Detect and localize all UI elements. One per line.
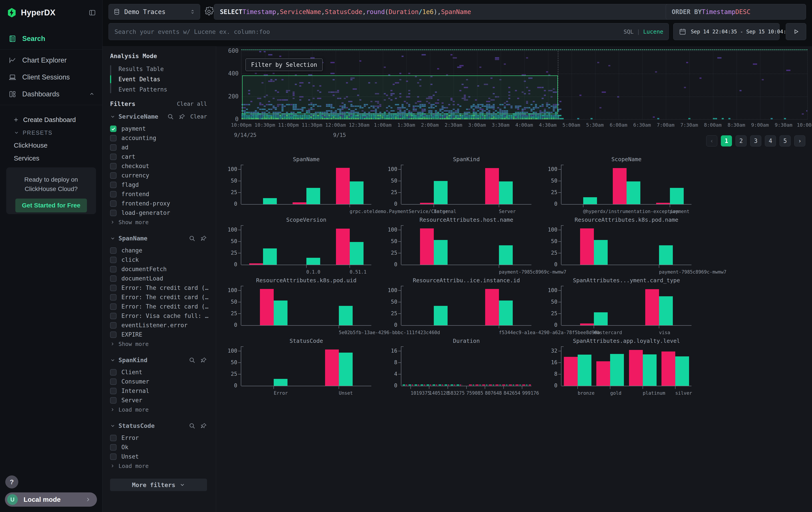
checkbox[interactable]	[110, 144, 117, 151]
filter-option-internal[interactable]: Internal	[110, 386, 207, 396]
show-more-button[interactable]: Show more	[110, 339, 207, 349]
sidebar-item-clickhouse[interactable]: ClickHouse	[0, 139, 102, 152]
checkbox[interactable]	[110, 388, 117, 394]
pagination-page-1[interactable]: 1	[721, 135, 732, 146]
pin-icon[interactable]	[179, 113, 185, 120]
pagination-page-5[interactable]: 5	[780, 135, 791, 146]
filter-option-checkout[interactable]: checkout	[110, 161, 207, 171]
filter-option-frontend-proxy[interactable]: frontend-proxy	[110, 199, 207, 208]
time-range-picker[interactable]: Sep 14 22:04:35 - Sep 15 10:04:35	[673, 23, 780, 40]
checkbox[interactable]	[110, 285, 117, 291]
checkbox[interactable]	[110, 154, 117, 160]
pagination-page-2[interactable]: 2	[735, 135, 747, 146]
checkbox[interactable]	[110, 397, 117, 404]
presets-toggle[interactable]: PRESETS	[0, 127, 102, 139]
filter-option-load-generator[interactable]: load-generator	[110, 208, 207, 217]
search-icon[interactable]	[167, 113, 174, 120]
checkbox[interactable]	[110, 200, 117, 207]
checkbox[interactable]	[110, 182, 117, 188]
events-heatmap[interactable]: Filter by Selection	[241, 51, 808, 119]
checkbox[interactable]	[110, 435, 117, 441]
search-icon[interactable]	[189, 423, 196, 429]
sidebar-item-services[interactable]: Services	[0, 152, 102, 165]
filter-section-header[interactable]: SpanKind	[110, 357, 207, 363]
filter-section-header[interactable]: ServiceNameClear	[110, 113, 207, 120]
sidebar-item-search[interactable]: Search	[0, 30, 102, 47]
run-query-button[interactable]	[786, 23, 806, 40]
checkbox[interactable]	[110, 444, 117, 451]
pagination-prev-button[interactable]: ‹	[706, 135, 717, 146]
filter-by-selection-button[interactable]: Filter by Selection	[245, 58, 323, 71]
analysis-mode-event-patterns[interactable]: Event Patterns	[110, 84, 207, 95]
heatmap-selection-box[interactable]	[242, 76, 558, 114]
filter-option-ok[interactable]: Ok	[110, 442, 207, 452]
pagination-page-3[interactable]: 3	[750, 135, 761, 146]
get-started-button[interactable]: Get Started for Free	[15, 198, 87, 212]
filter-option-accounting[interactable]: accounting	[110, 133, 207, 143]
checkbox[interactable]	[110, 294, 117, 300]
filter-option-client[interactable]: Client	[110, 368, 207, 377]
load-more-button[interactable]: Load more	[110, 405, 207, 414]
filter-option-error[interactable]: Error	[110, 433, 207, 442]
filter-option-server[interactable]: Server	[110, 396, 207, 405]
filter-option-flagd[interactable]: flagd	[110, 180, 207, 189]
checkbox[interactable]	[110, 331, 117, 338]
clear-all-button[interactable]: Clear all	[177, 101, 207, 107]
lang-toggle-sql[interactable]: SQL	[624, 28, 634, 35]
checkbox[interactable]	[110, 266, 117, 272]
search-input[interactable]	[114, 28, 624, 35]
more-filters-button[interactable]: More filters	[110, 479, 207, 491]
show-more-button[interactable]: Show more	[110, 217, 207, 227]
filter-option-frontend[interactable]: frontend	[110, 189, 207, 199]
filter-section-header[interactable]: SpanName	[110, 235, 207, 242]
local-mode-menu[interactable]: U Local mode	[5, 492, 97, 507]
filter-option-click[interactable]: click	[110, 255, 207, 265]
source-select[interactable]: Demo Traces	[109, 4, 200, 20]
checkbox-checked[interactable]	[110, 126, 117, 132]
filter-option-currency[interactable]: currency	[110, 171, 207, 180]
checkbox[interactable]	[110, 191, 117, 197]
checkbox[interactable]	[110, 378, 117, 385]
filter-option-change[interactable]: change	[110, 246, 207, 255]
filter-option-error-the-credit-card-[interactable]: Error: The credit card (…	[110, 302, 207, 311]
checkbox[interactable]	[110, 135, 117, 141]
filter-option-cart[interactable]: cart	[110, 152, 207, 161]
lang-toggle-lucene[interactable]: Lucene	[643, 28, 663, 35]
filter-option-consumer[interactable]: Consumer	[110, 377, 207, 386]
filter-option-payment[interactable]: payment	[110, 124, 207, 133]
search-icon[interactable]	[189, 357, 196, 363]
create-dashboard-button[interactable]: Create Dashboard	[0, 113, 102, 127]
pin-icon[interactable]	[200, 423, 207, 429]
checkbox[interactable]	[110, 313, 117, 319]
filter-section-header[interactable]: StatusCode	[110, 422, 207, 429]
filter-option-error-the-credit-card-[interactable]: Error: The credit card (…	[110, 293, 207, 302]
checkbox[interactable]	[110, 322, 117, 329]
filter-option-unset[interactable]: Unset	[110, 452, 207, 461]
filter-option-error-visa-cache-full-[interactable]: Error: Visa cache full: …	[110, 311, 207, 321]
filter-option-documentload[interactable]: documentLoad	[110, 274, 207, 283]
order-by-input[interactable]: ORDER BY Timestamp DESC	[666, 4, 806, 20]
filter-option-documentfetch[interactable]: documentFetch	[110, 265, 207, 274]
analysis-mode-event-deltas[interactable]: Event Deltas	[110, 74, 207, 84]
pagination-next-button[interactable]: ›	[794, 135, 805, 146]
search-icon[interactable]	[189, 235, 196, 242]
load-more-button[interactable]: Load more	[110, 461, 207, 470]
checkbox[interactable]	[110, 163, 117, 169]
checkbox[interactable]	[110, 172, 117, 179]
checkbox[interactable]	[110, 303, 117, 310]
analysis-mode-results-table[interactable]: Results Table	[110, 64, 207, 74]
filter-option-expire[interactable]: EXPIRE	[110, 330, 207, 339]
help-button[interactable]: ?	[5, 476, 18, 488]
filter-option-error-the-credit-card-[interactable]: Error: The credit card (…	[110, 283, 207, 293]
sidebar-item-dashboards[interactable]: Dashboards	[0, 86, 102, 103]
clear-filter-button[interactable]: Clear	[190, 113, 207, 120]
checkbox[interactable]	[110, 454, 117, 460]
checkbox[interactable]	[110, 369, 117, 376]
pin-icon[interactable]	[200, 357, 207, 363]
sidebar-item-client-sessions[interactable]: Client Sessions	[0, 69, 102, 86]
sidebar-item-chart-explorer[interactable]: Chart Explorer	[0, 52, 102, 69]
checkbox[interactable]	[110, 210, 117, 216]
filter-option-eventlistener-error[interactable]: eventListener.error	[110, 321, 207, 330]
gear-icon[interactable]	[204, 7, 214, 16]
pin-icon[interactable]	[200, 235, 207, 242]
